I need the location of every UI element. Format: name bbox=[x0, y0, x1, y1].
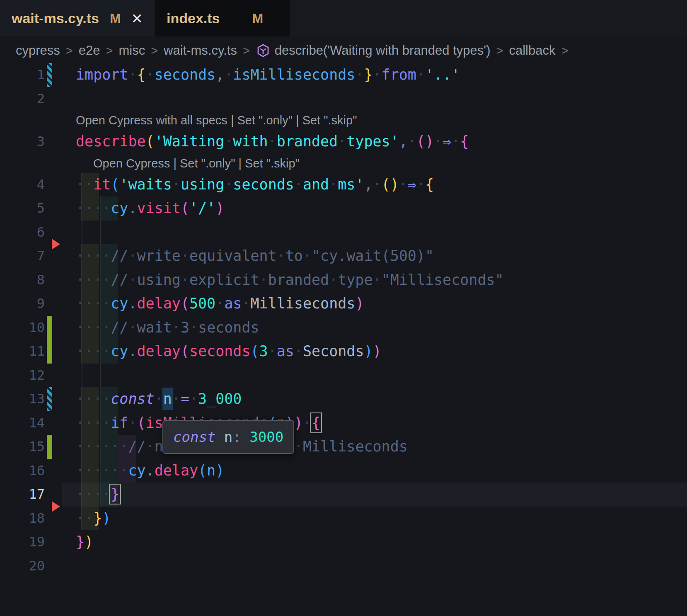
tab-label: index.ts bbox=[167, 10, 220, 27]
git-gutter-modified[interactable] bbox=[47, 63, 52, 87]
line-number: 20 bbox=[0, 554, 45, 578]
codelens-row: Open Cypress | Set ".only" | Set ".skip" bbox=[0, 154, 687, 173]
code-line-18[interactable]: 18··}) bbox=[0, 507, 687, 531]
code-line-2[interactable]: 2 bbox=[0, 87, 687, 111]
code-line-text: import·{·seconds,·isMilliseconds·}·from·… bbox=[76, 63, 460, 87]
codelens-row: Open Cypress with all specs | Set ".only… bbox=[0, 111, 687, 130]
code-line-text: ······cy.delay(n) bbox=[76, 459, 224, 483]
code-line-3[interactable]: 3describe('Waiting·with·branded·types',·… bbox=[0, 130, 687, 154]
code-line-text: ····cy.delay(seconds(3·as·Seconds)) bbox=[76, 340, 382, 364]
code-line-1[interactable]: 1import·{·seconds,·isMilliseconds·}·from… bbox=[0, 63, 687, 87]
red-arrow-marker bbox=[52, 501, 60, 512]
line-number: 4 bbox=[0, 173, 45, 197]
codelens-separator: | bbox=[170, 157, 180, 170]
code-line-text: ····const·n·=·3_000 bbox=[76, 387, 242, 411]
code-line-text: ····cy.visit('/') bbox=[76, 196, 224, 221]
tab-wait-ms.cy.ts[interactable]: wait-ms.cy.tsM× bbox=[0, 0, 154, 36]
code-line-4[interactable]: 4··it('waits·using·seconds·and·ms',·()·⇒… bbox=[0, 173, 687, 197]
codelens-link[interactable]: Open Cypress bbox=[93, 157, 170, 170]
indent-guide bbox=[100, 364, 101, 388]
indent-guide bbox=[82, 221, 82, 245]
code-line-text: ····cy.delay(500·as·Milliseconds) bbox=[76, 292, 364, 316]
chevron-right-icon: > bbox=[66, 44, 73, 58]
line-number: 11 bbox=[0, 340, 45, 364]
line-number: 5 bbox=[0, 196, 45, 221]
breadcrumb-item-2[interactable]: e2e bbox=[79, 43, 100, 58]
line-number: 6 bbox=[0, 221, 45, 245]
code-line-7[interactable]: 7····//·write·equivalent·to·"cy.wait(500… bbox=[0, 244, 687, 268]
vscode-editor-window: wait-ms.cy.tsM×index.tsM cypress>e2e>mis… bbox=[0, 0, 687, 616]
breadcrumb-item-5[interactable]: describe('Waiting with branded types') bbox=[275, 43, 491, 58]
line-number: 13 bbox=[0, 387, 45, 411]
tab-label: wait-ms.cy.ts bbox=[12, 10, 99, 27]
code-editor[interactable]: 1import·{·seconds,·isMilliseconds·}·from… bbox=[0, 64, 687, 616]
line-number: 10 bbox=[0, 316, 45, 340]
codelens-link[interactable]: Set ".only" bbox=[237, 114, 293, 127]
code-line-11[interactable]: 11····cy.delay(seconds(3·as·Seconds)) bbox=[0, 340, 687, 364]
code-line-12[interactable]: 12 bbox=[0, 364, 687, 388]
git-gutter-added[interactable] bbox=[47, 435, 52, 459]
symbol-cube-icon bbox=[256, 43, 271, 58]
codelens-link[interactable]: Set ".skip" bbox=[302, 114, 357, 127]
code-line-text: }) bbox=[76, 530, 93, 554]
line-number: 19 bbox=[0, 530, 45, 554]
code-line-text: ····//·using·explicit·branded·type·"Mill… bbox=[76, 268, 504, 292]
indent-guide bbox=[100, 221, 101, 245]
line-number: 18 bbox=[0, 507, 45, 531]
code-line-text: ····//·wait·3·seconds bbox=[76, 316, 259, 340]
tooltip-token: n bbox=[215, 429, 232, 445]
code-line-text: ··}) bbox=[76, 507, 111, 531]
codelens-separator: | bbox=[227, 114, 237, 127]
breadcrumb-item-6[interactable]: callback bbox=[509, 43, 555, 58]
breadcrumb-item-3[interactable]: misc bbox=[119, 43, 145, 58]
red-arrow-marker bbox=[52, 239, 60, 250]
code-line-5[interactable]: 5····cy.visit('/') bbox=[0, 196, 687, 221]
codelens-link[interactable]: Set ".skip" bbox=[245, 157, 300, 170]
line-number: 12 bbox=[0, 364, 45, 388]
code-line-13[interactable]: 13····const·n·=·3_000 bbox=[0, 387, 687, 411]
close-icon[interactable]: × bbox=[132, 9, 143, 27]
code-line-text: describe('Waiting·with·branded·types',·(… bbox=[76, 130, 469, 154]
codelens-link[interactable]: Set ".only" bbox=[180, 157, 235, 170]
code-line-16[interactable]: 16······cy.delay(n) bbox=[0, 459, 687, 483]
hover-tooltip: const n: 3000 bbox=[162, 420, 294, 454]
codelens-separator: | bbox=[235, 157, 245, 170]
code-line-15[interactable]: 15······//·n·is·now·of·type·Milliseconds bbox=[0, 435, 687, 459]
codelens-link[interactable]: Open Cypress with all specs bbox=[76, 114, 227, 127]
breadcrumb-item-1[interactable]: cypress bbox=[16, 43, 60, 58]
code-line-17[interactable]: 17····} bbox=[0, 483, 687, 507]
code-line-9[interactable]: 9····cy.delay(500·as·Milliseconds) bbox=[0, 292, 687, 316]
tab-index.ts[interactable]: index.tsM bbox=[155, 0, 290, 36]
git-gutter-modified[interactable] bbox=[47, 387, 52, 411]
indent-guide bbox=[82, 364, 82, 388]
line-number: 1 bbox=[0, 63, 45, 87]
codelens-separator: | bbox=[293, 114, 302, 127]
chevron-right-icon: > bbox=[106, 44, 113, 58]
chevron-right-icon: > bbox=[151, 44, 158, 58]
line-number: 15 bbox=[0, 435, 45, 459]
chevron-right-icon: > bbox=[243, 44, 250, 58]
line-number: 7 bbox=[0, 244, 45, 268]
breadcrumb: cypress>e2e>misc>wait-ms.cy.ts>describe(… bbox=[0, 36, 687, 65]
code-line-text: ····} bbox=[76, 483, 119, 507]
code-line-19[interactable]: 19}) bbox=[0, 530, 687, 554]
code-line-10[interactable]: 10····//·wait·3·seconds bbox=[0, 316, 687, 340]
code-line-text: ··it('waits·using·seconds·and·ms',·()·⇒·… bbox=[76, 173, 434, 197]
code-line-20[interactable]: 20 bbox=[0, 554, 687, 578]
line-number: 9 bbox=[0, 292, 45, 316]
code-line-14[interactable]: 14····if·(isMilliseconds(n))·{ bbox=[0, 411, 687, 435]
tooltip-token: 3000 bbox=[241, 429, 283, 445]
line-number: 8 bbox=[0, 268, 45, 292]
line-number: 16 bbox=[0, 459, 45, 483]
chevron-right-icon: > bbox=[561, 44, 568, 58]
code-line-8[interactable]: 8····//·using·explicit·branded·type·"Mil… bbox=[0, 268, 687, 292]
tooltip-token: : bbox=[232, 429, 241, 445]
breadcrumb-item-4[interactable]: wait-ms.cy.ts bbox=[164, 43, 237, 58]
modified-badge: M bbox=[110, 11, 121, 26]
code-line-text: ····//·write·equivalent·to·"cy.wait(500)… bbox=[76, 244, 434, 268]
modified-badge: M bbox=[252, 11, 263, 26]
chevron-right-icon: > bbox=[496, 44, 503, 58]
code-line-6[interactable]: 6 bbox=[0, 221, 687, 245]
line-number: 3 bbox=[0, 130, 45, 154]
git-gutter-added[interactable] bbox=[47, 316, 52, 364]
